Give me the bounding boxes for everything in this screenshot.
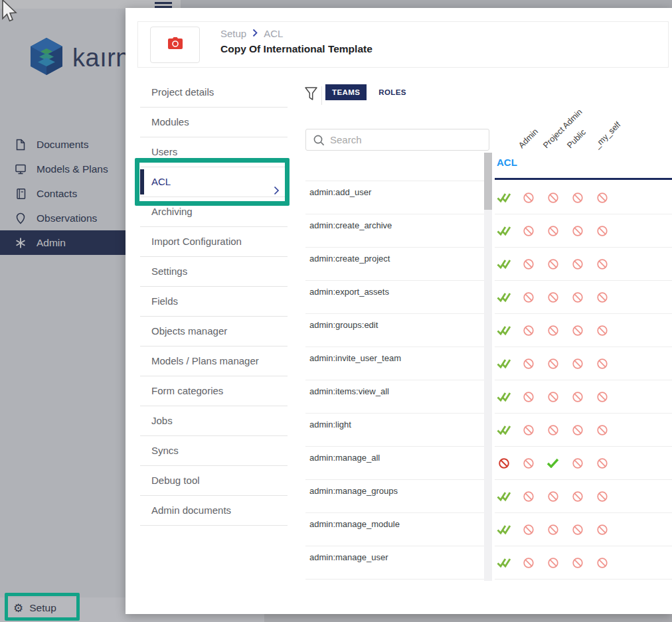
allow-double-icon[interactable] xyxy=(491,193,516,203)
deny-icon[interactable] xyxy=(516,424,541,436)
deny-icon[interactable] xyxy=(590,491,614,503)
deny-icon[interactable] xyxy=(541,557,565,569)
setup-nav-label: Jobs xyxy=(151,415,173,426)
setup-nav-item-archiving[interactable]: Archiving xyxy=(140,197,288,227)
setup-nav-item-syncs[interactable]: Syncs xyxy=(140,436,288,466)
deny-icon[interactable] xyxy=(565,291,590,303)
setup-nav-item-project-details[interactable]: Project details xyxy=(140,78,288,108)
allow-double-icon[interactable] xyxy=(491,358,516,369)
deny-icon[interactable] xyxy=(516,192,541,204)
permission-row[interactable]: admin:add_user xyxy=(305,181,484,214)
permission-row[interactable]: admin:manage_module xyxy=(305,513,484,546)
deny-icon[interactable] xyxy=(590,192,614,204)
allow-double-icon[interactable] xyxy=(491,425,516,435)
deny-icon[interactable] xyxy=(516,391,541,403)
deny-icon[interactable] xyxy=(516,325,541,337)
deny-strong-icon[interactable] xyxy=(491,457,516,469)
permission-row[interactable]: admin:groups:edit xyxy=(305,314,484,347)
setup-nav-item-acl[interactable]: ACL xyxy=(140,167,288,197)
deny-icon[interactable] xyxy=(565,391,590,403)
deny-icon[interactable] xyxy=(565,524,590,536)
permission-row[interactable]: admin:export_assets xyxy=(305,281,484,314)
setup-nav-item-settings[interactable]: Settings xyxy=(140,257,288,287)
allow-icon[interactable] xyxy=(541,458,565,468)
breadcrumb-acl[interactable]: ACL xyxy=(264,28,283,39)
allow-double-icon[interactable] xyxy=(491,524,516,535)
deny-icon[interactable] xyxy=(590,557,614,569)
setup-nav-item-debug-tool[interactable]: Debug tool xyxy=(140,466,288,496)
deny-icon[interactable] xyxy=(541,192,565,204)
deny-icon[interactable] xyxy=(516,358,541,370)
deny-icon[interactable] xyxy=(516,291,541,303)
deny-icon[interactable] xyxy=(590,225,614,237)
project-photo-button[interactable] xyxy=(150,27,200,63)
setup-nav-item-admin-documents[interactable]: Admin documents xyxy=(140,496,288,526)
allow-double-icon[interactable] xyxy=(491,292,516,303)
deny-icon[interactable] xyxy=(590,291,614,303)
breadcrumb-setup[interactable]: Setup xyxy=(220,28,246,39)
deny-icon[interactable] xyxy=(565,491,590,503)
deny-icon[interactable] xyxy=(565,424,590,436)
deny-icon[interactable] xyxy=(590,325,614,337)
permission-row[interactable]: admin:manage_user xyxy=(305,546,484,580)
deny-icon[interactable] xyxy=(590,524,614,536)
allow-double-icon[interactable] xyxy=(491,491,516,502)
search-input[interactable] xyxy=(330,130,483,149)
setup-nav-label: Models / Plans manager xyxy=(151,355,259,366)
setup-nav-item-objects-manager[interactable]: Objects manager xyxy=(140,317,288,347)
deny-icon[interactable] xyxy=(590,258,614,270)
allow-double-icon[interactable] xyxy=(491,558,516,568)
setup-nav-item-jobs[interactable]: Jobs xyxy=(140,406,288,436)
setup-nav-item-import-configuration[interactable]: Import Configuration xyxy=(140,227,288,257)
deny-icon[interactable] xyxy=(541,325,565,337)
allow-double-icon[interactable] xyxy=(491,325,516,336)
deny-icon[interactable] xyxy=(565,358,590,370)
tab-teams[interactable]: TEAMS xyxy=(325,84,367,100)
setup-nav-item-modules[interactable]: Modules xyxy=(140,108,288,137)
setup-nav-item-models-plans-manager[interactable]: Models / Plans manager xyxy=(140,347,288,376)
deny-icon[interactable] xyxy=(590,391,614,403)
role-column-public: Public xyxy=(565,127,588,150)
deny-icon[interactable] xyxy=(590,424,614,436)
tabs: TEAMSROLES xyxy=(325,84,413,100)
permission-row[interactable]: admin:create_archive xyxy=(305,214,484,248)
deny-icon[interactable] xyxy=(516,258,541,270)
deny-icon[interactable] xyxy=(565,457,590,469)
deny-icon[interactable] xyxy=(541,358,565,370)
deny-icon[interactable] xyxy=(516,491,541,503)
deny-icon[interactable] xyxy=(516,524,541,536)
deny-icon[interactable] xyxy=(565,325,590,337)
permission-row[interactable]: admin:invite_user_team xyxy=(305,347,484,380)
deny-icon[interactable] xyxy=(541,424,565,436)
permission-row[interactable]: admin:items:view_all xyxy=(305,380,484,414)
deny-icon[interactable] xyxy=(541,491,565,503)
setup-nav-item-form-categories[interactable]: Form categories xyxy=(140,376,288,406)
deny-icon[interactable] xyxy=(516,457,541,469)
permission-row[interactable]: admin:manage_groups xyxy=(305,480,484,513)
allow-double-icon[interactable] xyxy=(491,226,516,236)
filter-icon[interactable] xyxy=(304,86,318,106)
permission-row[interactable]: admin:create_project xyxy=(305,248,484,281)
deny-icon[interactable] xyxy=(565,258,590,270)
deny-icon[interactable] xyxy=(565,557,590,569)
deny-icon[interactable] xyxy=(541,524,565,536)
allow-double-icon[interactable] xyxy=(491,259,516,270)
deny-icon[interactable] xyxy=(541,258,565,270)
deny-icon[interactable] xyxy=(516,225,541,237)
deny-icon[interactable] xyxy=(565,225,590,237)
deny-icon[interactable] xyxy=(541,291,565,303)
setup-nav-item-fields[interactable]: Fields xyxy=(140,287,288,317)
permission-row[interactable]: admin:light xyxy=(305,414,484,447)
setup-nav-item-users[interactable]: Users xyxy=(140,137,288,167)
deny-icon[interactable] xyxy=(565,192,590,204)
deny-icon[interactable] xyxy=(541,391,565,403)
deny-icon[interactable] xyxy=(590,358,614,370)
tab-roles[interactable]: ROLES xyxy=(372,84,413,100)
deny-icon[interactable] xyxy=(590,457,614,469)
deny-icon[interactable] xyxy=(541,225,565,237)
permission-row[interactable]: admin:manage_all xyxy=(305,447,484,480)
active-indicator-bar xyxy=(140,169,144,194)
allow-double-icon[interactable] xyxy=(491,392,516,402)
deny-icon[interactable] xyxy=(516,557,541,569)
permission-icon-row xyxy=(495,314,672,347)
